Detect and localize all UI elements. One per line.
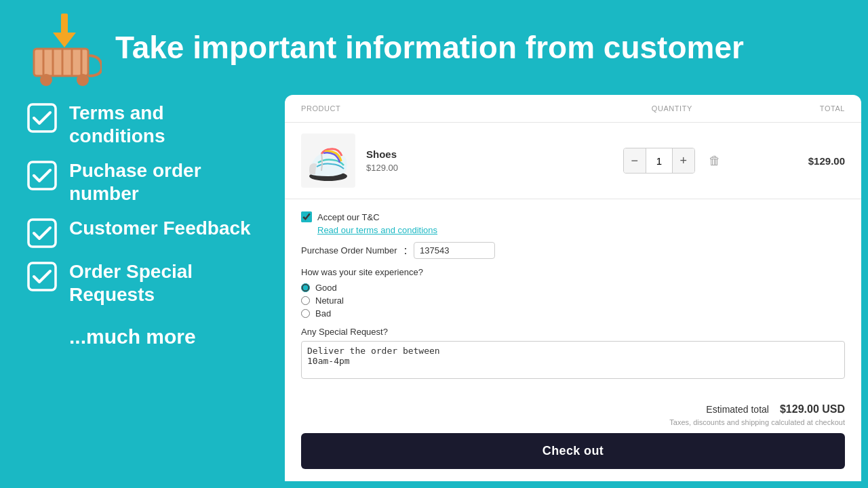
form-fields: Accept our T&C Read our terms and condit…	[301, 211, 845, 382]
check-icon-special	[27, 262, 57, 291]
quantity-input[interactable]	[646, 148, 673, 173]
feature-feedback: Customer Feedback	[27, 217, 258, 248]
product-column: Shoes $129.00	[301, 134, 597, 188]
product-image	[301, 134, 355, 188]
page-header: Take important information from customer	[0, 0, 868, 88]
total-column: $129.00	[746, 155, 845, 167]
quantity-increase-button[interactable]: +	[673, 148, 694, 173]
estimated-amount: $129.00 USD	[780, 403, 845, 415]
tnc-link[interactable]: Read our terms and conditions	[301, 225, 845, 235]
quantity-decrease-button[interactable]: −	[624, 148, 646, 173]
special-request-label: Any Special Request?	[301, 327, 845, 337]
quantity-column: − + 🗑	[597, 148, 746, 174]
feature-special-label: Order Special Requests	[69, 260, 258, 306]
product-info: Shoes $129.00	[366, 148, 398, 173]
quantity-control: − +	[623, 148, 695, 174]
radio-bad-input[interactable]	[301, 309, 310, 318]
check-icon-terms	[27, 103, 57, 133]
tnc-checkbox[interactable]	[301, 211, 312, 222]
features-panel: Terms and conditions Puchase order numbe…	[0, 88, 285, 488]
main-content: Terms and conditions Puchase order numbe…	[0, 88, 868, 488]
radio-bad-label: Bad	[315, 308, 331, 319]
radio-good-label: Good	[315, 283, 337, 293]
cart-item-row: Shoes $129.00 − + 🗑 $129.00	[285, 123, 861, 199]
cart-form: Accept our T&C Read our terms and condit…	[285, 199, 861, 481]
radio-good[interactable]: Good	[301, 283, 845, 293]
feature-purchase-order: Puchase order number	[27, 159, 258, 205]
svg-point-10	[77, 74, 89, 86]
product-price: $129.00	[366, 163, 398, 173]
special-request-textarea[interactable]: Deliver the order between 10am-4pm	[301, 341, 845, 379]
feature-purchase-label: Puchase order number	[69, 159, 258, 205]
product-name: Shoes	[366, 148, 398, 160]
delete-item-button[interactable]: 🗑	[709, 154, 721, 168]
feature-feedback-label: Customer Feedback	[69, 217, 251, 240]
page-title: Take important information from customer	[115, 30, 744, 65]
svg-rect-0	[61, 14, 68, 34]
tnc-row: Accept our T&C	[301, 211, 845, 222]
check-icon-purchase	[27, 161, 57, 190]
radio-neutral-input[interactable]	[301, 296, 310, 305]
feature-terms-label: Terms and conditions	[69, 102, 258, 147]
much-more-label: ...much more	[27, 325, 258, 348]
svg-marker-1	[53, 33, 76, 47]
radio-neutral-label: Netural	[315, 296, 344, 306]
cart-icon	[27, 14, 102, 81]
radio-good-input[interactable]	[301, 283, 310, 292]
cart-panel: PRODUCT QUANTITY TOTAL	[285, 95, 861, 481]
cart-table-header: PRODUCT QUANTITY TOTAL	[285, 95, 861, 123]
estimated-label: Estimated total	[706, 404, 769, 415]
svg-rect-2	[34, 49, 88, 76]
po-label: Purchase Order Number	[301, 245, 397, 256]
feedback-radio-group: Good Netural Bad	[301, 283, 845, 319]
radio-bad[interactable]: Bad	[301, 308, 845, 319]
svg-point-9	[40, 74, 52, 86]
col-header-product: PRODUCT	[301, 104, 597, 113]
po-row: Purchase Order Number:	[301, 242, 845, 259]
col-header-quantity: QUANTITY	[597, 104, 746, 113]
check-icon-feedback	[27, 218, 57, 248]
feedback-question: How was your site experience?	[301, 267, 845, 277]
taxes-note: Taxes, discounts and shipping calculated…	[301, 418, 845, 426]
po-input[interactable]	[414, 242, 495, 259]
feature-terms: Terms and conditions	[27, 102, 258, 147]
tnc-label: Accept our T&C	[317, 212, 380, 222]
col-header-total: TOTAL	[746, 104, 845, 113]
radio-neutral[interactable]: Netural	[301, 296, 845, 306]
feature-special-requests: Order Special Requests	[27, 260, 258, 306]
checkout-button[interactable]: Check out	[301, 433, 845, 469]
checkout-section: Estimated total $129.00 USD Taxes, disco…	[301, 396, 845, 469]
estimated-total-row: Estimated total $129.00 USD	[301, 403, 845, 415]
